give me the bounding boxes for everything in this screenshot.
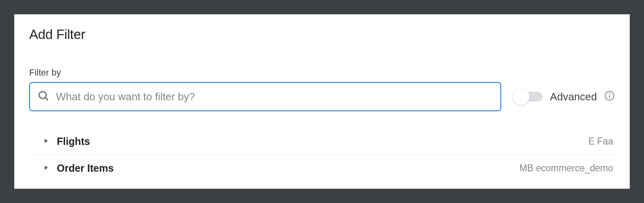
svg-point-4: [609, 93, 610, 94]
search-icon: [37, 90, 49, 104]
filter-list: Flights E Faa Order Items MB ecommerce_d…: [29, 128, 615, 181]
list-item-meta: MB ecommerce_demo: [519, 163, 615, 174]
chevron-right-icon: [42, 164, 49, 173]
filter-by-label: Filter by: [29, 67, 615, 78]
list-item-meta: E Faa: [588, 136, 615, 147]
svg-line-1: [45, 98, 48, 101]
advanced-label: Advanced: [550, 91, 597, 103]
chevron-right-icon: [42, 137, 49, 146]
svg-point-0: [39, 91, 46, 99]
panel-title: Add Filter: [29, 27, 615, 42]
search-container[interactable]: [29, 82, 501, 111]
advanced-group: Advanced: [513, 91, 615, 103]
list-item-flights[interactable]: Flights E Faa: [29, 128, 615, 155]
add-filter-panel: Add Filter Filter by Advanced: [14, 14, 630, 189]
filter-row: Advanced: [29, 82, 615, 111]
list-item-label: Order Items: [57, 162, 114, 174]
search-input[interactable]: [56, 91, 493, 103]
advanced-toggle[interactable]: [513, 92, 543, 102]
list-item-label: Flights: [57, 136, 90, 147]
list-item-order-items[interactable]: Order Items MB ecommerce_demo: [29, 155, 615, 181]
info-icon[interactable]: [604, 91, 615, 103]
